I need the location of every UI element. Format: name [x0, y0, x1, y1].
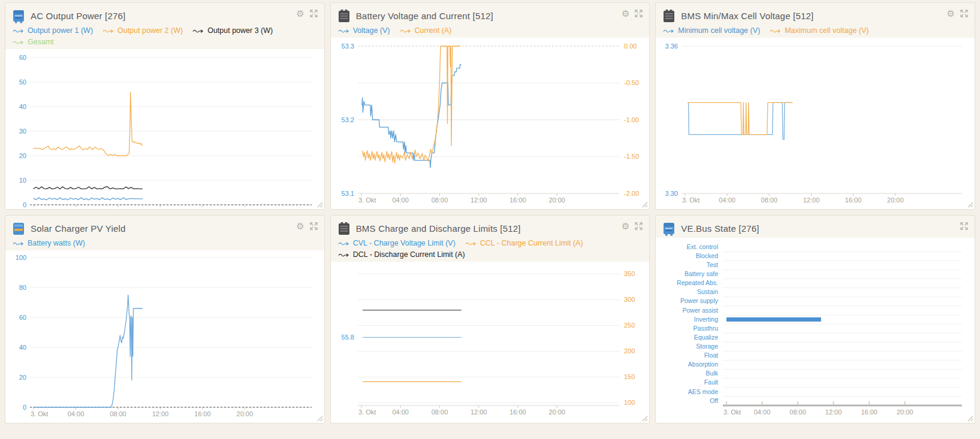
y-axis-label: -2.00 — [624, 190, 639, 197]
chart-area: 3. Okt04:0008:0012:0016:0020:00010203040… — [5, 49, 324, 210]
x-axis-label: 16:00 — [845, 196, 862, 204]
settings-icon[interactable]: ⚙ — [296, 9, 304, 18]
legend-line-icon — [663, 28, 675, 34]
widget-vebus-state: VE.Bus State [276]Ext. controlBlockedTes… — [655, 215, 975, 423]
legend-item-output-power-3-w[interactable]: Output power 3 (W) — [192, 26, 273, 35]
x-axis-label: 16:00 — [194, 208, 211, 210]
legend-item-voltage-v[interactable]: Voltage (V) — [338, 26, 390, 35]
series-minimum-cell-voltage-v — [688, 102, 793, 140]
fullscreen-icon — [634, 222, 643, 231]
legend-item-output-power-1-w[interactable]: Output power 1 (W) — [13, 26, 93, 35]
chart-canvas: 3. Okt04:0008:0012:0016:0020:00100150200… — [335, 264, 646, 420]
fullscreen-button[interactable] — [960, 9, 969, 18]
legend-item-dcl-discharge-current-limit-a[interactable]: DCL - Discharge Current Limit (A) — [338, 250, 465, 259]
chart-canvas: 3. Okt04:0008:0012:0016:0020:003.303.36 — [660, 40, 970, 208]
chart-legend: CVL - Charge Voltage Limit (V)CCL - Char… — [331, 237, 650, 261]
settings-icon[interactable]: ⚙ — [622, 222, 629, 231]
legend-item-output-power-2-w[interactable]: Output power 2 (W) — [102, 26, 183, 35]
x-axis-label: 12:00 — [471, 408, 487, 416]
widget-bms-charge-discharge-limits: BMS Charge and Discharge Limits [512]CVL… — [330, 215, 650, 423]
y-axis-label: 60 — [19, 314, 26, 321]
resize-grip[interactable] — [967, 416, 973, 422]
y-axis-label: 20 — [19, 374, 26, 381]
widget-title: AC Output Power [276] — [31, 11, 125, 21]
x-axis-label: 20:00 — [548, 196, 565, 204]
widget-header: VE.Bus State [276] — [656, 216, 975, 237]
legend-line-icon — [13, 28, 25, 34]
x-axis-label: 20:00 — [548, 408, 565, 416]
legend-item-cvl-charge-voltage-limit-v[interactable]: CVL - Charge Voltage Limit (V) — [338, 239, 456, 247]
fullscreen-button[interactable] — [634, 9, 643, 18]
widget-title: Solar Charger PV Yield — [31, 223, 126, 234]
resize-grip[interactable] — [967, 202, 973, 208]
state-category-label: Test — [707, 261, 718, 268]
x-axis-label: 20:00 — [887, 196, 904, 204]
state-category-label: Bulk — [706, 370, 719, 377]
widget-battery-voltage-current: Battery Voltage and Current [512]Voltage… — [330, 2, 650, 210]
resize-grip[interactable] — [642, 416, 648, 422]
legend-line-icon — [338, 28, 350, 34]
legend-item-maximum-cell-voltage-v[interactable]: Maximum cell voltage (V) — [770, 26, 869, 35]
chart-area: 3. Okt04:0008:0012:0016:0020:0053.153.25… — [331, 38, 650, 209]
y-axis-label: 53.3 — [341, 43, 354, 50]
y-axis-label: 30 — [19, 128, 26, 135]
widget-bms-minmax-cell-voltage: BMS Min/Max Cell Voltage [512]Minimum ce… — [655, 2, 975, 210]
x-axis-label: 3. Okt — [31, 208, 48, 210]
fullscreen-button[interactable] — [634, 222, 643, 231]
legend-item-minimum-cell-voltage-v[interactable]: Minimum cell voltage (V) — [663, 26, 760, 35]
y-axis-label: 100 — [16, 254, 26, 261]
y-axis-label: 350 — [624, 270, 635, 277]
legend-item-gesamt[interactable]: Gesamt — [13, 38, 54, 46]
legend-label: Gesamt — [28, 38, 54, 46]
legend-line-icon — [465, 240, 477, 247]
legend-item-battery-watts-w[interactable]: Battery watts (W) — [13, 239, 85, 247]
x-axis-label: 20:00 — [237, 410, 254, 417]
widget-title: Battery Voltage and Current [512] — [356, 11, 493, 21]
legend-label: Battery watts (W) — [28, 239, 85, 247]
x-axis-label: 16:00 — [194, 410, 211, 417]
series-battery-watts-w — [34, 295, 142, 408]
settings-icon[interactable]: ⚙ — [622, 9, 629, 18]
series-output-power-3-w — [34, 187, 142, 189]
state-category-label: Passthru — [693, 325, 719, 332]
legend-label: Minimum cell voltage (V) — [678, 26, 760, 35]
settings-icon[interactable]: ⚙ — [947, 9, 955, 18]
legend-line-icon — [102, 28, 114, 34]
legend-item-current-a[interactable]: Current (A) — [400, 26, 452, 35]
y-axis-label: 300 — [624, 296, 635, 303]
widget-header: Battery Voltage and Current [512] — [331, 3, 650, 24]
fullscreen-button[interactable] — [960, 222, 969, 231]
widget-grid: AC Output Power [276]Output power 1 (W)O… — [0, 0, 980, 426]
chart-canvas: Ext. controlBlockedTestBattery safeRepea… — [660, 240, 970, 421]
y-axis-label: 10 — [19, 177, 26, 184]
resize-grip[interactable] — [642, 202, 648, 208]
y-axis-label: 80 — [19, 284, 26, 291]
legend-item-ccl-charge-current-limit-a[interactable]: CCL - Charge Current Limit (A) — [465, 239, 583, 247]
fullscreen-button[interactable] — [309, 9, 318, 18]
y-axis-label: 150 — [624, 373, 635, 380]
chart-legend: Battery watts (W) — [5, 237, 324, 249]
x-axis-label: 16:00 — [861, 408, 878, 416]
legend-line-icon — [400, 28, 412, 34]
widget-header: AC Output Power [276] — [5, 3, 324, 24]
x-axis-label: 12:00 — [825, 408, 842, 416]
widget-solar-charger-pv-yield: Solar Charger PV YieldBattery watts (W)3… — [5, 215, 325, 423]
state-category-label: Battery safe — [685, 270, 718, 277]
legend-label: Maximum cell voltage (V) — [785, 26, 869, 35]
legend-line-icon — [13, 39, 25, 46]
battery-icon — [338, 222, 350, 236]
resize-grip[interactable] — [317, 202, 323, 208]
x-axis-label: 08:00 — [790, 408, 807, 416]
widget-title: BMS Min/Max Cell Voltage [512] — [681, 11, 813, 21]
settings-icon[interactable]: ⚙ — [296, 222, 304, 231]
inverter-icon — [663, 222, 675, 236]
chart-legend: Voltage (V)Current (A) — [331, 24, 650, 37]
chart-canvas: 3. Okt04:0008:0012:0016:0020:00010203040… — [10, 52, 320, 210]
state-category-label: Equalize — [694, 334, 718, 341]
state-category-label: Absorption — [688, 361, 718, 368]
y-axis-label: -1.50 — [624, 153, 639, 160]
resize-grip[interactable] — [317, 416, 323, 422]
x-axis-label: 12:00 — [152, 410, 169, 417]
fullscreen-button[interactable] — [309, 222, 318, 231]
x-axis-label: 3. Okt — [358, 408, 376, 416]
